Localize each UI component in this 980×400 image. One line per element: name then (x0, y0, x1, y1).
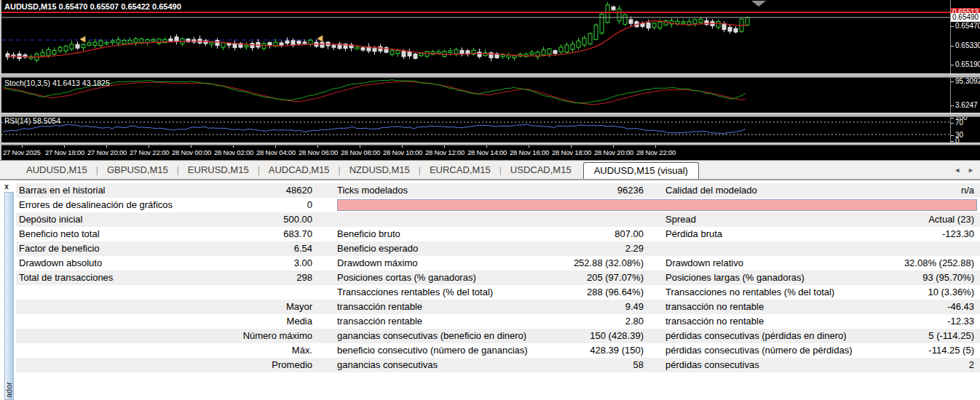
report-cell-g2 (644, 183, 665, 198)
tab-gbpusd-m15[interactable]: GBPUSD,M15 (103, 164, 173, 175)
time-label: 28 Nov 00:00 (172, 148, 211, 156)
report-cell-c1l: Drawdown absoluto (16, 256, 194, 271)
tab-usdcad-m15[interactable]: USDCAD,M15 (506, 164, 576, 175)
tab-divider: | (334, 165, 345, 175)
time-label: 28 Nov 20:00 (594, 148, 633, 156)
report-cell-c1l (16, 300, 194, 314)
report-cell-c1l (16, 329, 194, 343)
report-cell-c1v: 48620 (194, 183, 312, 198)
report-cell-c2v: 2.29 (534, 241, 644, 256)
report-cell-c3v: 32.08% (252.88) (869, 256, 974, 271)
quote-line: AUDUSD,M15 0.65470 0.65507 0.65422 0.654… (4, 2, 181, 11)
time-label: 27 Nov 22:00 (130, 148, 169, 156)
time-label: 28 Nov 22:00 (636, 148, 676, 156)
report-cell-c2v: 96236 (534, 183, 644, 198)
time-label: 28 Nov 02:00 (214, 148, 253, 156)
report-cell-c1v: 0 (194, 198, 312, 212)
report-cell-c3v: n/a (869, 183, 974, 198)
report-cell-c1v: Máx. (194, 343, 312, 358)
tab-divider: | (253, 165, 264, 175)
report-cell-c1v: Número máximo (194, 329, 312, 343)
report-cell-c2v: 252.88 (32.08%) (534, 256, 644, 271)
candlestick-chart[interactable] (1, 0, 980, 145)
tabs-list: AUDUSD,M15|GBPUSD,M15|EURUSD,M15|AUDCAD,… (0, 161, 699, 179)
report-cell-c1l (16, 358, 194, 372)
report-cell-c3l: transacción no rentable (665, 314, 869, 329)
report-cell-c2l: transacción rentable (337, 300, 534, 314)
time-axis: 27 Nov 202527 Nov 18:0027 Nov 20:0027 No… (1, 145, 980, 160)
report-row: Depósito inicial500.00SpreadActual (23) (16, 212, 980, 227)
report-cell-g1 (312, 241, 337, 256)
time-label: 28 Nov 08:00 (341, 148, 380, 156)
tab-scroll-left-icon[interactable]: ◄ (954, 165, 960, 175)
close-panel-button[interactable]: x (2, 183, 11, 191)
bid-price-badge: 0.65490 (951, 13, 980, 22)
time-label: 28 Nov 16:00 (510, 148, 549, 156)
report-cell-c2l: Ticks modelados (337, 183, 534, 198)
report-cell-c3l (665, 241, 869, 256)
report-cell-g1 (312, 329, 337, 343)
report-cell-c3l: Posiciones largas (% ganadoras) (665, 271, 869, 285)
price-scale: 0.654700.653300.6519095.30923.6247100703… (951, 0, 980, 145)
report-cell-c2l: Beneficio esperado (337, 241, 534, 256)
report-row: Mayortransacción rentable9.49transacción… (16, 300, 980, 314)
report-cell-c2v: 150 (428.39) (534, 329, 644, 343)
tester-panel-strip: ador (4, 192, 14, 400)
tab-audcad-m15[interactable]: AUDCAD,M15 (264, 164, 334, 175)
report-cell-g1 (312, 198, 337, 212)
scale-label: 70 (951, 119, 963, 127)
time-label: 27 Nov 2025 (3, 148, 41, 156)
time-label: 28 Nov 04:00 (256, 148, 296, 156)
report-cell-c1v: 683.70 (194, 227, 312, 241)
report-cell-g1 (312, 285, 337, 300)
tab-divider: | (495, 165, 506, 175)
tab-divider: | (92, 165, 103, 175)
report-cell-c3v: -123.30 (869, 227, 974, 241)
report-cell-g1 (312, 343, 337, 358)
report-cell-g1 (312, 300, 337, 314)
report-cell-c3v: -114.25 (5) (869, 343, 974, 358)
chart-area[interactable]: AUDUSD,M15 0.65470 0.65507 0.65422 0.654… (0, 0, 980, 160)
report-cell-c2v: 428.39 (150) (534, 343, 644, 358)
pane-separator-stoch-rsi[interactable] (1, 113, 980, 117)
report-row: Barras en el historial48620Ticks modelad… (16, 183, 980, 198)
report-cell-g1 (312, 256, 337, 271)
tab-nzdusd-m15[interactable]: NZDUSD,M15 (345, 164, 414, 175)
report-cell-c2l: transacción rentable (337, 314, 534, 329)
tab-eurusd-m15[interactable]: EURUSD,M15 (183, 164, 253, 175)
tab-scroll-right-icon[interactable]: ► (968, 165, 974, 175)
report-cell-g1 (312, 212, 337, 227)
time-label: 27 Nov 18:00 (45, 148, 84, 156)
report-row: Promedioganancias consecutivas58pérdidas… (16, 358, 980, 372)
tab-eurcad-m15[interactable]: EURCAD,M15 (425, 164, 495, 175)
report-row: Total de transacciones298Posiciones cort… (16, 271, 980, 285)
report-cell-c3l: Pérdida bruta (665, 227, 869, 241)
pane-separator-main-stoch[interactable] (1, 73, 980, 78)
report-cell-c1v: 3.00 (194, 256, 312, 271)
report-cell-c2v: 2.80 (534, 314, 644, 329)
report-cell-c2v: 205 (97.07%) (534, 271, 644, 285)
report-cell-g2 (644, 241, 665, 256)
report-cell-c1l: Depósito inicial (16, 212, 194, 227)
report-table: Barras en el historial48620Ticks modelad… (16, 183, 980, 372)
report-cell-c3v: 5 (-114.25) (869, 329, 974, 343)
report-cell-g1 (312, 271, 337, 285)
report-cell-c3v: 2 (869, 358, 974, 372)
report-cell-c3v: 93 (95.70%) (869, 271, 974, 285)
report-cell-g1 (312, 227, 337, 241)
scale-label: 3.6247 (951, 101, 978, 109)
time-label: 28 Nov 06:00 (299, 148, 338, 156)
report-cell-c1l (16, 314, 194, 329)
report-cell-c1v (194, 285, 312, 300)
report-cell-c1l (16, 285, 194, 300)
report-cell-g1 (312, 358, 337, 372)
report-row: Transacciones rentables (% del total)288… (16, 285, 980, 300)
report-cell-c1v: 500.00 (194, 212, 312, 227)
tab-audusd-m15[interactable]: AUDUSD,M15 (22, 164, 92, 175)
report-cell-g2 (644, 227, 665, 241)
report-cell-c1l: Factor de beneficio (16, 241, 194, 256)
report-cell-c3l: pérdidas consecutivas (665, 358, 869, 372)
report-cell-g2 (644, 358, 665, 372)
tab-active-visual[interactable]: AUDUSD,M15 (visual) (583, 162, 699, 180)
tester-tab-bar: AUDUSD,M15|GBPUSD,M15|EURUSD,M15|AUDCAD,… (0, 160, 980, 179)
